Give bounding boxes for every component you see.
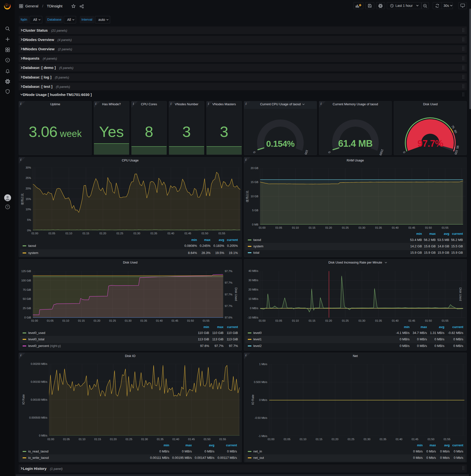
svg-text:80: 80: [453, 129, 458, 134]
svg-text:0: 0: [327, 151, 331, 153]
svg-text:75: 75: [451, 125, 455, 129]
svg-text:0: 0: [252, 151, 256, 153]
svg-text:100: 100: [454, 149, 459, 155]
svg-text:100: 100: [304, 149, 309, 155]
svg-text:0: 0: [402, 151, 406, 153]
